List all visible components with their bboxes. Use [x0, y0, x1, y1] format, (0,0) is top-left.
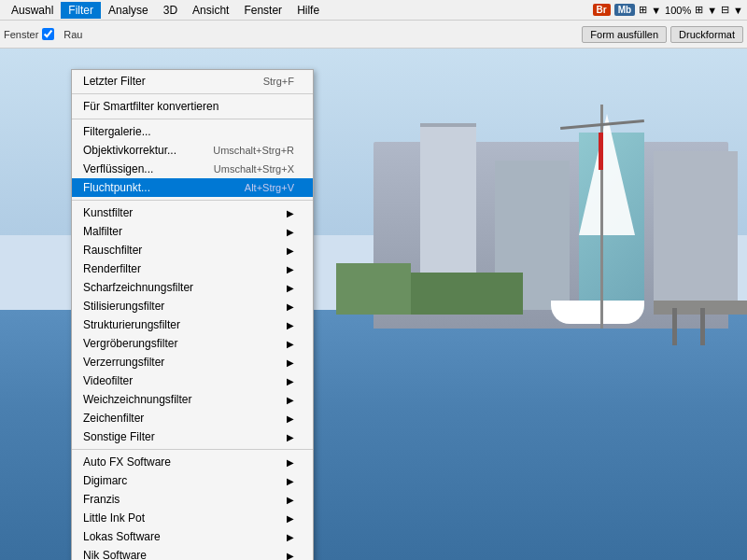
- menu-item-label: Renderfilter: [83, 262, 283, 275]
- menu-item-label: Zeichenfilter: [83, 412, 283, 425]
- submenu-arrow-icon: ▶: [287, 227, 294, 237]
- menu-shortcut: Umschalt+Strg+X: [214, 163, 294, 175]
- menu-item-label: Digimarc: [83, 474, 283, 487]
- menu-item-label: Rauschfilter: [83, 244, 283, 257]
- menu-item-label: Für Smartfilter konvertieren: [83, 100, 294, 113]
- submenu-arrow-icon: ▶: [287, 283, 294, 293]
- submenu-arrow-icon: ▶: [287, 339, 294, 349]
- submenu-arrow-icon: ▶: [287, 208, 294, 218]
- menu-item-zeichenfilter[interactable]: Zeichenfilter▶: [72, 409, 313, 427]
- layout-icon[interactable]: ⊞: [639, 4, 647, 16]
- boat-hull: [551, 301, 644, 324]
- raub-label: Rau: [63, 29, 82, 40]
- menu-analyse[interactable]: Analyse: [101, 2, 156, 19]
- menu-item-label: Nik Software: [83, 549, 283, 560]
- menu-3d[interactable]: 3D: [156, 2, 185, 19]
- submenu-arrow-icon: ▶: [287, 432, 294, 442]
- menu-item-label: Weichzeichnungsfilter: [83, 393, 283, 406]
- menu-item-label: Stilisierungsfilter: [83, 300, 283, 313]
- menu-filter[interactable]: Filter: [61, 2, 101, 19]
- menu-item-label: Videofilter: [83, 374, 283, 387]
- submenu-arrow-icon: ▶: [287, 357, 294, 368]
- submenu-arrow-icon: ▶: [287, 320, 294, 330]
- toolbar: Fenster Rau Form ausfüllen Druckformat: [0, 21, 747, 49]
- menu-item-verflssigen[interactable]: Verflüssigen...Umschalt+Strg+X: [72, 160, 313, 178]
- ps-badge: Br: [593, 4, 611, 16]
- menu-item-letzter-filter[interactable]: Letzter FilterStrg+F: [72, 72, 313, 91]
- grid-arrow[interactable]: ▼: [733, 5, 743, 16]
- menu-item-sonstige-filter[interactable]: Sonstige Filter▶: [72, 427, 313, 446]
- raub-checkbox[interactable]: [42, 28, 54, 40]
- submenu-arrow-icon: ▶: [287, 376, 294, 386]
- menu-item-videofilter[interactable]: Videofilter▶: [72, 371, 313, 390]
- menu-item-malfilter[interactable]: Malfilter▶: [72, 222, 313, 241]
- menu-item-rauschfilter[interactable]: Rauschfilter▶: [72, 241, 313, 259]
- mast-stripe: [599, 133, 603, 170]
- menu-item-label: Franzis: [83, 493, 283, 506]
- menu-item-objektivkorrektur[interactable]: Objektivkorrektur...Umschalt+Strg+R: [72, 141, 313, 160]
- trees-left: [336, 263, 411, 315]
- menu-item-digimarc[interactable]: Digimarc▶: [72, 471, 313, 490]
- menu-item-franzis[interactable]: Franzis▶: [72, 490, 313, 509]
- menu-item-fr-smartfilter-konvertieren[interactable]: Für Smartfilter konvertieren: [72, 97, 313, 116]
- window-label: Fenster: [4, 29, 38, 40]
- menu-item-filtergalerie[interactable]: Filtergalerie...: [72, 122, 313, 141]
- menu-item-strukturierungsfilter[interactable]: Strukturierungsfilter▶: [72, 315, 313, 334]
- print-format-button[interactable]: Druckformat: [670, 26, 743, 43]
- dock-post: [672, 308, 677, 345]
- menu-item-label: Scharfzeichnungsfilter: [83, 281, 283, 294]
- submenu-arrow-icon: ▶: [287, 457, 294, 468]
- menu-item-label: Fluchtpunkt...: [83, 181, 226, 194]
- menu-item-label: Objektivkorrektur...: [83, 144, 194, 157]
- menu-item-fluchtpunkt[interactable]: Fluchtpunkt...Alt+Strg+V: [72, 178, 313, 197]
- menu-shortcut: Strg+F: [263, 76, 294, 87]
- menu-item-label: Filtergalerie...: [83, 125, 294, 138]
- menu-separator-3: [72, 119, 313, 119]
- menu-shortcut: Alt+Strg+V: [245, 182, 294, 193]
- submenu-arrow-icon: ▶: [287, 413, 294, 424]
- menu-item-label: Letzter Filter: [83, 75, 245, 88]
- menu-item-stilisierungsfilter[interactable]: Stilisierungsfilter▶: [72, 297, 313, 315]
- menu-separator-8: [72, 200, 313, 201]
- menu-item-lokas-software[interactable]: Lokas Software▶: [72, 527, 313, 546]
- main-content: Letzter FilterStrg+FFür Smartfilter konv…: [0, 49, 747, 560]
- menu-item-label: Sonstige Filter: [83, 430, 283, 443]
- menu-item-label: Strukturierungsfilter: [83, 318, 283, 331]
- menu-item-little-ink-pot[interactable]: Little Ink Pot▶: [72, 509, 313, 527]
- menu-item-weichzeichnungsfilter[interactable]: Weichzeichnungsfilter▶: [72, 390, 313, 409]
- submenu-arrow-icon: ▶: [287, 513, 294, 524]
- menu-item-label: Auto FX Software: [83, 455, 283, 469]
- submenu-arrow-icon: ▶: [287, 245, 294, 256]
- menu-hilfe[interactable]: Hilfe: [289, 2, 327, 19]
- menu-separator-22: [72, 449, 313, 450]
- submenu-arrow-icon: ▶: [287, 495, 294, 505]
- menu-item-nik-software[interactable]: Nik Software▶: [72, 546, 313, 560]
- menubar: Auswahl Filter Analyse 3D Ansicht Fenste…: [0, 0, 747, 21]
- menu-shortcut: Umschalt+Strg+R: [213, 145, 294, 156]
- trees-mid: [411, 273, 523, 315]
- menu-item-verzerrungsfilter[interactable]: Verzerrungsfilter▶: [72, 353, 313, 371]
- menu-item-renderfilter[interactable]: Renderfilter▶: [72, 259, 313, 278]
- menu-item-scharfzeichnungsfilter[interactable]: Scharfzeichnungsfilter▶: [72, 278, 313, 297]
- mb-badge: Mb: [614, 4, 635, 16]
- zoom-dropdown-arrow[interactable]: ▼: [651, 5, 661, 16]
- menu-item-auto-fx-software[interactable]: Auto FX Software▶: [72, 453, 313, 471]
- menu-item-kunstfilter[interactable]: Kunstfilter▶: [72, 203, 313, 222]
- menu-ansicht[interactable]: Ansicht: [185, 2, 236, 19]
- submenu-arrow-icon: ▶: [287, 395, 294, 405]
- grid-icon[interactable]: ⊟: [721, 4, 729, 16]
- menu-item-vergrberungsfilter[interactable]: Vergröberungsfilter▶: [72, 334, 313, 353]
- fill-form-button[interactable]: Form ausfüllen: [582, 26, 667, 43]
- menu-item-label: Verzerrungsfilter: [83, 356, 283, 369]
- menu-auswahl[interactable]: Auswahl: [4, 2, 61, 19]
- menu-item-label: Lokas Software: [83, 530, 283, 543]
- menu-fenster[interactable]: Fenster: [236, 2, 289, 19]
- menu-item-label: Vergröberungsfilter: [83, 337, 283, 350]
- submenu-arrow-icon: ▶: [287, 551, 294, 561]
- menu-item-label: Verflüssigen...: [83, 162, 195, 175]
- building-right: [654, 151, 738, 310]
- menu-item-label: Kunstfilter: [83, 206, 283, 219]
- view-arrow[interactable]: ▼: [707, 5, 717, 16]
- view-icon[interactable]: ⊞: [695, 4, 703, 16]
- submenu-arrow-icon: ▶: [287, 264, 294, 274]
